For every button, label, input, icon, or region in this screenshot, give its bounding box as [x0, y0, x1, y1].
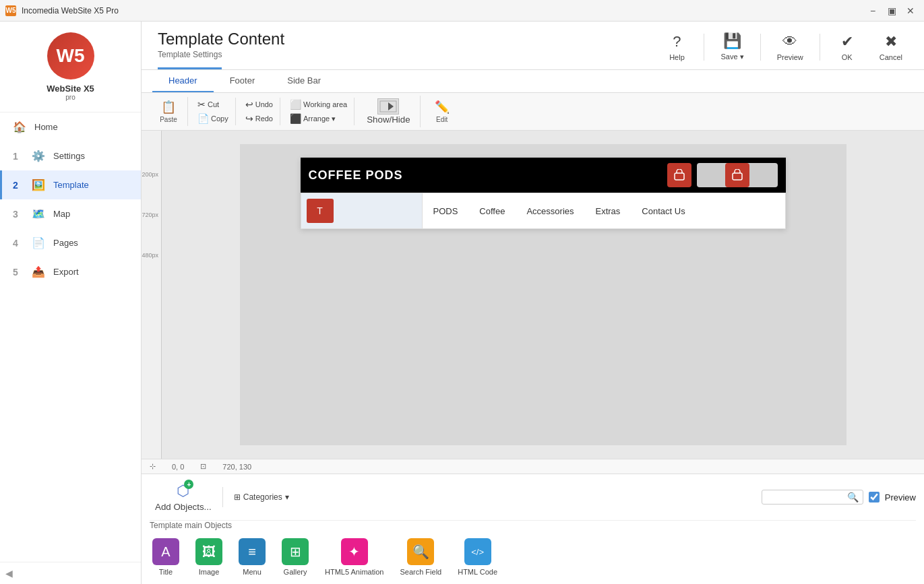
- htmlcode-icon: </>: [464, 538, 491, 565]
- undo-button[interactable]: ↩ Undo: [243, 98, 276, 111]
- search-button[interactable]: 🔍: [847, 492, 859, 502]
- obj-label-gallery: Gallery: [284, 568, 307, 576]
- maximize-button[interactable]: ▣: [884, 4, 900, 18]
- obj-item-htmlcode[interactable]: </> HTML Code: [455, 536, 500, 579]
- show-hide-button[interactable]: Show/Hide: [361, 96, 415, 127]
- objects-section-label: Template main Objects: [150, 521, 916, 530]
- header-separator-2: [760, 34, 761, 61]
- obj-item-menu[interactable]: ≡ Menu: [236, 536, 268, 579]
- tab-header[interactable]: Header: [152, 70, 214, 92]
- obj-label-title: Title: [159, 568, 173, 576]
- ok-button[interactable]: ✔ OK: [831, 30, 863, 64]
- sidebar-item-template[interactable]: 2 🖼️ Template: [0, 170, 141, 199]
- sidebar-item-home[interactable]: 🏠 Home: [0, 112, 141, 141]
- search-box: 🔍: [762, 490, 863, 505]
- edit-button[interactable]: ✏️ Edit: [427, 97, 457, 126]
- cart-icon-2: [731, 169, 743, 181]
- sidebar-item-label: Home: [34, 122, 58, 132]
- working-area-button[interactable]: ⬜ Working area: [287, 98, 350, 111]
- window-controls: − ▣ ✕: [865, 4, 919, 18]
- tab-sidebar[interactable]: Side Bar: [271, 70, 337, 92]
- menu-icon: ≡: [239, 538, 266, 565]
- arrange-button[interactable]: ⬛ Arrange ▾: [287, 112, 350, 125]
- toolbar-group-show: Show/Hide: [357, 96, 420, 127]
- nav-item-accessories[interactable]: Accessories: [516, 199, 584, 223]
- nav-item-coffee[interactable]: Coffee: [468, 199, 516, 223]
- preview-icon: 👁: [782, 33, 797, 51]
- redo-icon: ↪: [245, 113, 253, 124]
- template-preview[interactable]: COFFEE PODS: [301, 158, 786, 229]
- undo-redo-group: ↩ Undo ↪ Redo: [243, 98, 276, 125]
- obj-label-html5: HTML5 Animation: [325, 568, 383, 576]
- cut-button[interactable]: ✂ Cut: [195, 98, 231, 111]
- editor-main[interactable]: COFFEE PODS: [162, 131, 924, 459]
- nav-num-pages: 4: [13, 238, 24, 249]
- canvas-area[interactable]: COFFEE PODS: [240, 144, 846, 445]
- obj-item-title[interactable]: A Title: [150, 536, 182, 579]
- redo-button[interactable]: ↪ Redo: [243, 112, 276, 125]
- minimize-button[interactable]: −: [865, 4, 881, 18]
- help-button[interactable]: ? Help: [660, 30, 693, 64]
- content-area: Template Content Template Settings ? Hel…: [142, 22, 924, 584]
- header-separator-3: [820, 34, 820, 61]
- help-label: Help: [669, 53, 685, 61]
- nav-item-contact[interactable]: Contact Us: [631, 199, 696, 223]
- template-nav-logo[interactable]: T: [301, 193, 423, 228]
- arrange-label: Arrange: [303, 115, 330, 123]
- obj-item-image[interactable]: 🖼 Image: [193, 536, 225, 579]
- sidebar-item-settings[interactable]: 1 ⚙️ Settings: [0, 141, 141, 170]
- tabs-bar: Header Footer Side Bar: [142, 70, 924, 93]
- help-icon: ?: [673, 33, 681, 51]
- preview-checkbox[interactable]: [869, 492, 880, 502]
- working-area-label: Working area: [303, 100, 347, 108]
- nav-num-settings: 1: [13, 151, 24, 162]
- save-btn-wrap: 💾 Save ▾: [715, 30, 749, 64]
- obj-item-search[interactable]: 🔍 Search Field: [397, 536, 444, 579]
- preview-checkbox-label[interactable]: Preview: [885, 492, 916, 502]
- add-objects-button[interactable]: ⬡ + Add Objects...: [150, 480, 217, 515]
- working-area-icon: ⬜: [290, 99, 301, 110]
- collapse-button[interactable]: ◀: [5, 568, 13, 579]
- close-button[interactable]: ✕: [902, 4, 919, 18]
- coords-icon: ⊹: [150, 462, 156, 471]
- ok-label: OK: [842, 53, 853, 61]
- header-separator: [704, 34, 704, 61]
- toolbar-group-cut-copy: ✂ Cut 📄 Copy: [191, 98, 236, 125]
- preview-button[interactable]: 👁 Preview: [772, 30, 809, 64]
- panel-separator: [222, 487, 223, 507]
- tab-footer[interactable]: Footer: [214, 70, 272, 92]
- nav-num-template: 2: [13, 180, 24, 191]
- categories-button[interactable]: ⊞ Categories ▾: [228, 490, 295, 505]
- template-header-icons: [667, 163, 778, 187]
- header-title-group: Template Content Template Settings: [158, 30, 284, 69]
- paste-icon: 📋: [161, 100, 176, 115]
- template-header: COFFEE PODS: [301, 158, 786, 193]
- paste-button[interactable]: 📋 Paste: [154, 97, 183, 126]
- categories-icon: ⊞: [234, 492, 241, 502]
- nav-item-extras[interactable]: Extras: [585, 199, 632, 223]
- ruler-mark-720: 720px: [142, 212, 158, 218]
- toolbar-group-edit: ✏️ Edit: [423, 97, 461, 126]
- paste-label: Paste: [160, 116, 177, 123]
- sidebar-item-map[interactable]: 3 🗺️ Map: [0, 199, 141, 228]
- image-icon: 🖼: [195, 538, 222, 565]
- sidebar-item-export[interactable]: 5 📤 Export: [0, 257, 141, 286]
- pages-icon: 📄: [32, 236, 45, 249]
- obj-item-gallery[interactable]: ⊞ Gallery: [279, 536, 311, 579]
- save-button[interactable]: 💾 Save ▾: [715, 30, 749, 64]
- home-icon: 🏠: [13, 121, 26, 133]
- nav-item-pods[interactable]: PODS: [423, 199, 469, 223]
- title-icon: A: [152, 538, 179, 565]
- search-input[interactable]: [766, 492, 847, 502]
- template-icon-box-inner: [725, 163, 749, 187]
- svg-rect-3: [733, 173, 742, 180]
- template-icon-box-1[interactable]: [667, 163, 691, 187]
- add-plus-icon: +: [184, 480, 193, 489]
- obj-item-html5[interactable]: ✦ HTML5 Animation: [322, 536, 386, 579]
- logo-sub: pro: [65, 94, 75, 101]
- copy-button[interactable]: 📄 Copy: [195, 112, 231, 125]
- template-icon-box-2[interactable]: [697, 163, 778, 187]
- sidebar-item-pages[interactable]: 4 📄 Pages: [0, 228, 141, 257]
- cancel-button[interactable]: ✖ Cancel: [874, 30, 908, 64]
- bottom-toolbar: ⬡ + Add Objects... ⊞ Categories ▾ 🔍: [150, 480, 916, 521]
